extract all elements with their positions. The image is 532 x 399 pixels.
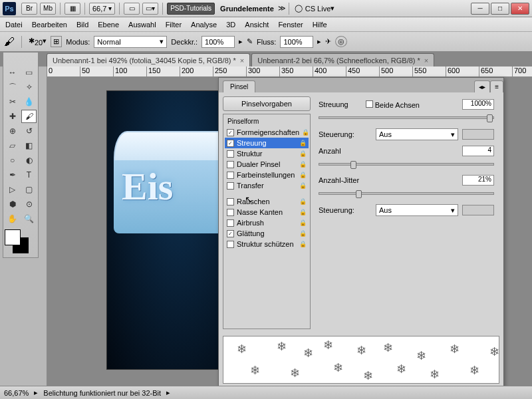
pressure-size-icon[interactable]: ◎ <box>335 36 347 47</box>
brush-item-checkbox[interactable] <box>227 198 234 205</box>
brush-item-checkbox[interactable] <box>227 241 234 248</box>
lasso-tool[interactable]: ⌒ <box>5 80 20 94</box>
wand-tool[interactable]: ✧ <box>21 80 37 94</box>
pressure-opacity-icon[interactable]: ✎ <box>247 37 253 46</box>
3d-camera-tool[interactable]: ⊙ <box>21 198 37 211</box>
workspace-more-icon[interactable]: ≫ <box>278 4 286 13</box>
move-tool[interactable]: ↔ <box>5 66 20 79</box>
count-jitter-slider[interactable] <box>319 192 494 195</box>
menu-auswahl[interactable]: Auswahl <box>128 21 156 29</box>
3d-tool[interactable]: ⬢ <box>5 198 20 211</box>
count-jitter-value[interactable]: 21% <box>462 175 494 186</box>
brush-item-0[interactable]: Formeigenschaften🔒 <box>225 127 309 138</box>
brush-item-checkbox[interactable] <box>227 150 234 158</box>
list-header[interactable]: Pinselform <box>225 116 309 127</box>
cslive-icon[interactable]: ◯ <box>295 4 303 13</box>
eraser-tool[interactable]: ▱ <box>5 139 20 152</box>
brush-item-5[interactable]: Transfer🔒 <box>225 180 309 191</box>
panel-collapse-icon[interactable]: ◂▸ <box>474 80 490 92</box>
pen-tool[interactable]: ✒ <box>5 168 20 182</box>
path-select-tool[interactable]: ▷ <box>5 183 20 196</box>
blur-tool[interactable]: ○ <box>5 154 20 167</box>
panel-menu-icon[interactable]: ≡ <box>490 80 503 92</box>
scatter-slider[interactable] <box>319 116 494 119</box>
menu-hilfe[interactable]: Hilfe <box>313 21 327 29</box>
zoom-field[interactable]: 66,7 ▾ <box>89 3 115 15</box>
menu-filter[interactable]: Filter <box>166 21 182 29</box>
opacity-field[interactable]: 100% <box>201 36 235 48</box>
menu-ebene[interactable]: Ebene <box>98 21 119 29</box>
brush-item-checkbox[interactable] <box>227 161 234 168</box>
color-swatch[interactable] <box>5 229 35 256</box>
flow-field[interactable]: 100% <box>280 36 313 48</box>
type-tool[interactable]: T <box>21 168 37 182</box>
close-tab-icon[interactable]: × <box>424 57 428 65</box>
brush-item-checkbox[interactable] <box>227 182 234 190</box>
both-axes-checkbox[interactable] <box>366 100 373 108</box>
panel-tab-pinsel[interactable]: Pinsel <box>223 80 255 92</box>
control-select[interactable]: Aus▾ <box>376 128 458 140</box>
scatter-value[interactable]: 1000% <box>462 99 494 110</box>
brush-item-8[interactable]: Airbrush🔒 <box>225 217 309 228</box>
layout-button[interactable]: ▦ <box>65 3 80 15</box>
flow-flyout-icon[interactable]: ▸ <box>317 37 321 46</box>
brush-item-2[interactable]: Struktur🔒 <box>225 148 309 159</box>
menu-fenster[interactable]: Fenster <box>278 21 303 29</box>
ruler-horizontal[interactable]: 0501001502002503003504004505005506006507… <box>47 66 532 77</box>
workspace-pill[interactable]: PSD-Tutorials <box>167 3 215 15</box>
control2-select[interactable]: Aus▾ <box>376 204 458 216</box>
minimize-button[interactable]: ─ <box>471 3 489 15</box>
brush-item-6[interactable]: Rauschen🔒 <box>225 196 309 207</box>
brush-item-10[interactable]: Struktur schützen🔒 <box>225 239 309 249</box>
zoom-tool[interactable]: 🔍 <box>21 212 37 225</box>
menu-bearbeiten[interactable]: Bearbeiten <box>32 21 67 29</box>
status-menu-icon[interactable]: ▸ <box>166 388 170 397</box>
close-button[interactable]: ✕ <box>511 3 529 15</box>
opacity-flyout-icon[interactable]: ▸ <box>239 37 243 46</box>
airbrush-icon[interactable]: ✈ <box>325 37 331 46</box>
menu-analyse[interactable]: Analyse <box>191 21 217 29</box>
marquee-tool[interactable]: ▭ <box>21 66 37 79</box>
brush-item-7[interactable]: Nasse Kanten🔒 <box>225 207 309 217</box>
fg-color[interactable] <box>5 229 21 245</box>
brush-item-checkbox[interactable] <box>227 140 234 147</box>
status-zoom[interactable]: 66,67% <box>4 389 29 397</box>
mode-select[interactable]: Normal▾ <box>94 36 167 48</box>
brush-item-checkbox[interactable] <box>227 172 234 179</box>
brush-item-checkbox[interactable] <box>227 209 234 216</box>
close-tab-icon[interactable]: × <box>240 57 244 65</box>
maximize-button[interactable]: □ <box>491 3 509 15</box>
screen-mode-button[interactable]: ▭▾ <box>142 3 158 15</box>
shape-tool[interactable]: ▢ <box>21 183 37 196</box>
brush-panel-toggle-icon[interactable]: ⊞ <box>51 36 62 47</box>
count-value[interactable]: 4 <box>462 146 494 156</box>
brush-item-9[interactable]: Glättung🔒 <box>225 228 309 239</box>
cslive-dropdown-icon[interactable]: ▾ <box>331 4 334 13</box>
heal-tool[interactable]: ✚ <box>5 110 20 123</box>
view-extras-button[interactable]: ▭ <box>124 3 140 15</box>
brush-preset-icon[interactable]: ✱20▾ <box>29 37 47 47</box>
bridge-button[interactable]: Br <box>21 3 37 15</box>
hand-tool[interactable]: ✋ <box>5 212 20 225</box>
brush-item-checkbox[interactable] <box>227 129 234 136</box>
menu-bild[interactable]: Bild <box>76 21 88 29</box>
menu-datei[interactable]: Datei <box>5 21 23 29</box>
brush-item-checkbox[interactable] <box>227 219 234 227</box>
brush-presets-button[interactable]: Pinselvorgaben <box>223 96 311 111</box>
brush-item-3[interactable]: Dualer Pinsel🔒 <box>225 159 309 170</box>
brush-tool-icon[interactable]: 🖌 <box>4 36 15 48</box>
brush-item-checkbox[interactable] <box>227 230 234 237</box>
brush-tool[interactable]: 🖌 <box>21 110 37 123</box>
stamp-tool[interactable]: ⊕ <box>5 124 20 138</box>
brush-item-1[interactable]: Streuung🔒 <box>225 138 309 148</box>
minibridge-button[interactable]: Mb <box>40 3 56 15</box>
document-tab-2[interactable]: Unbenannt-2 bei 66,7% (Schneeflocken, RG… <box>251 53 434 66</box>
menu-3d[interactable]: 3D <box>226 21 235 29</box>
dodge-tool[interactable]: ◐ <box>21 154 37 167</box>
brush-item-4[interactable]: Farbeinstellungen🔒 <box>225 170 309 180</box>
status-flyout-icon[interactable]: ▸ <box>34 388 38 397</box>
eyedropper-tool[interactable]: 💧 <box>21 95 37 108</box>
gradient-tool[interactable]: ◧ <box>21 139 37 152</box>
count-slider[interactable] <box>319 163 494 166</box>
history-brush-tool[interactable]: ↺ <box>21 124 37 138</box>
